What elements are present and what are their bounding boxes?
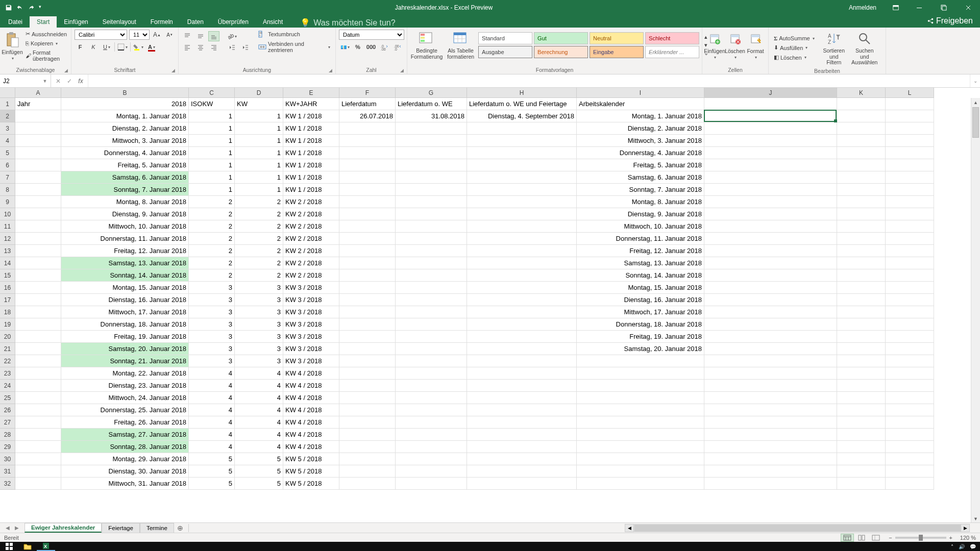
cell-D22[interactable]: 3	[235, 355, 283, 367]
font-color-button[interactable]: A▾	[146, 42, 157, 52]
cell-G11[interactable]	[396, 220, 467, 233]
cell-I16[interactable]: Montag, 15. Januar 2018	[577, 282, 704, 294]
cell-K26[interactable]	[837, 404, 886, 416]
cell-G29[interactable]	[396, 441, 467, 453]
select-all-corner[interactable]	[0, 88, 15, 98]
cell-H3[interactable]	[467, 122, 577, 135]
cell-L26[interactable]	[886, 404, 934, 416]
number-format-select[interactable]: Datum	[339, 30, 404, 40]
cell-C29[interactable]: 4	[189, 441, 235, 453]
cell-B12[interactable]: Donnerstag, 11. Januar 2018	[61, 233, 189, 245]
column-header-L[interactable]: L	[886, 88, 934, 98]
cell-A23[interactable]	[15, 367, 61, 380]
cell-I27[interactable]	[577, 416, 704, 429]
fill-color-button[interactable]: ▾	[133, 42, 144, 52]
normal-view-button[interactable]	[841, 534, 854, 542]
cell-C4[interactable]: 1	[189, 135, 235, 147]
borders-button[interactable]: ▾	[117, 42, 128, 52]
cell-B21[interactable]: Samstag, 20. Januar 2018	[61, 343, 189, 355]
cell-D14[interactable]: 2	[235, 257, 283, 269]
increase-font-button[interactable]: A▲	[152, 30, 162, 40]
cell-D30[interactable]: 5	[235, 453, 283, 465]
cell-F29[interactable]	[339, 441, 396, 453]
cell-C6[interactable]: 1	[189, 159, 235, 171]
cell-L9[interactable]	[886, 196, 934, 208]
row-header-30[interactable]: 30	[0, 453, 15, 465]
undo-icon[interactable]	[16, 4, 23, 11]
cell-D8[interactable]: 1	[235, 184, 283, 196]
cell-G30[interactable]	[396, 453, 467, 465]
cell-E29[interactable]: KW 4 / 2018	[283, 441, 339, 453]
cell-A14[interactable]	[15, 257, 61, 269]
cell-E31[interactable]: KW 5 / 2018	[283, 465, 339, 478]
cell-E19[interactable]: KW 3 / 2018	[283, 318, 339, 331]
cell-H19[interactable]	[467, 318, 577, 331]
paste-button[interactable]: Einfügen ▾	[3, 31, 21, 62]
cell-E7[interactable]: KW 1 / 2018	[283, 171, 339, 184]
row-header-15[interactable]: 15	[0, 269, 15, 282]
cell-H1[interactable]: Lieferdatum o. WE und Feiertage	[467, 98, 577, 110]
cell-K5[interactable]	[837, 147, 886, 159]
cell-H30[interactable]	[467, 453, 577, 465]
enter-formula-icon[interactable]: ✓	[64, 78, 75, 85]
cell-J13[interactable]	[704, 245, 837, 257]
cell-D15[interactable]: 2	[235, 269, 283, 282]
cell-F25[interactable]	[339, 392, 396, 404]
cell-K31[interactable]	[837, 465, 886, 478]
cell-L2[interactable]	[886, 110, 934, 122]
cell-L27[interactable]	[886, 416, 934, 429]
cell-K1[interactable]	[837, 98, 886, 110]
font-size-select[interactable]: 11	[129, 30, 150, 40]
column-header-F[interactable]: F	[339, 88, 396, 98]
cell-B7[interactable]: Samstag, 6. Januar 2018	[61, 171, 189, 184]
cell-K7[interactable]	[837, 171, 886, 184]
qa-customize-dropdown[interactable]: ▾	[39, 4, 41, 11]
cell-I29[interactable]	[577, 441, 704, 453]
cell-H12[interactable]	[467, 233, 577, 245]
cell-A11[interactable]	[15, 220, 61, 233]
cell-H13[interactable]	[467, 245, 577, 257]
cell-J26[interactable]	[704, 404, 837, 416]
row-header-20[interactable]: 20	[0, 331, 15, 343]
column-header-H[interactable]: H	[467, 88, 577, 98]
ribbon-display-options-icon[interactable]	[884, 0, 908, 15]
cell-C24[interactable]: 4	[189, 380, 235, 392]
cell-G24[interactable]	[396, 380, 467, 392]
cell-F30[interactable]	[339, 453, 396, 465]
underline-button[interactable]: U▾	[101, 42, 112, 52]
taskbar-explorer[interactable]	[18, 542, 37, 551]
find-select-button[interactable]: Suchen und Auswählen	[851, 30, 878, 67]
align-middle-button[interactable]	[195, 31, 206, 41]
cell-D5[interactable]: 1	[235, 147, 283, 159]
cell-D3[interactable]: 1	[235, 122, 283, 135]
cell-G18[interactable]	[396, 306, 467, 318]
column-header-D[interactable]: D	[235, 88, 283, 98]
zoom-level[interactable]: 120 %	[955, 535, 976, 541]
cell-A1[interactable]: Jahr	[15, 98, 61, 110]
zoom-in-button[interactable]: +	[949, 535, 952, 541]
cell-J23[interactable]	[704, 367, 837, 380]
cell-C1[interactable]: ISOKW	[189, 98, 235, 110]
cell-D26[interactable]: 4	[235, 404, 283, 416]
cell-K4[interactable]	[837, 135, 886, 147]
cell-H4[interactable]	[467, 135, 577, 147]
cell-K27[interactable]	[837, 416, 886, 429]
cell-L21[interactable]	[886, 343, 934, 355]
fill-button[interactable]: ⬇Ausfüllen▾	[772, 43, 817, 52]
row-header-10[interactable]: 10	[0, 208, 15, 220]
cell-B6[interactable]: Freitag, 5. Januar 2018	[61, 159, 189, 171]
cell-L1[interactable]	[886, 98, 934, 110]
cell-D11[interactable]: 2	[235, 220, 283, 233]
style-standard[interactable]: Standard	[478, 32, 532, 44]
cell-B4[interactable]: Mittwoch, 3. Januar 2018	[61, 135, 189, 147]
cell-J5[interactable]	[704, 147, 837, 159]
cell-D6[interactable]: 1	[235, 159, 283, 171]
cell-D4[interactable]: 1	[235, 135, 283, 147]
cell-G7[interactable]	[396, 171, 467, 184]
row-header-21[interactable]: 21	[0, 343, 15, 355]
cell-G17[interactable]	[396, 294, 467, 306]
cell-B15[interactable]: Sonntag, 14. Januar 2018	[61, 269, 189, 282]
cell-G6[interactable]	[396, 159, 467, 171]
cell-J3[interactable]	[704, 122, 837, 135]
cell-C25[interactable]: 4	[189, 392, 235, 404]
